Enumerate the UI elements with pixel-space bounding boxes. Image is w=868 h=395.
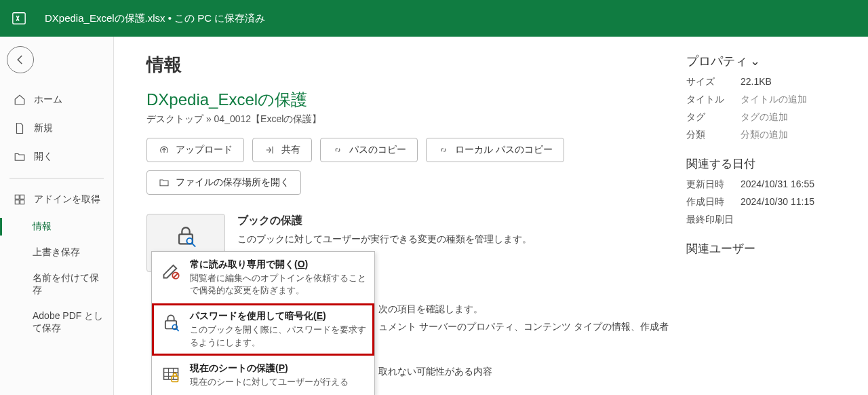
- copy-path-button[interactable]: パスのコピー: [320, 138, 418, 162]
- property-row-modified: 更新日時 2024/10/31 16:55: [686, 178, 849, 191]
- menu-item-protect-sheet[interactable]: 現在のシートの保護(P) 現在のシートに対してユーザーが行える: [152, 356, 374, 395]
- menu-item-desc: このブックを開く際に、パスワードを要求するようにします。: [190, 324, 366, 348]
- property-row-printed: 最終印刷日: [686, 214, 849, 226]
- property-row-tags[interactable]: タグ タグの追加: [686, 111, 849, 124]
- property-value: 2024/10/31 16:55: [741, 178, 814, 191]
- menu-item-readonly[interactable]: 常に読み取り専用で開く(O) 閲覧者に編集へのオプトインを依頼することで偶発的な…: [152, 252, 374, 303]
- sidebar-item-new[interactable]: 新規: [0, 114, 113, 143]
- inspect-line-2: ュメント サーバーのプロパティ、コンテンツ タイプの情報、作成者: [378, 319, 669, 335]
- sidebar-label: 上書き保存: [33, 246, 80, 257]
- sidebar-item-open[interactable]: 開く: [0, 143, 113, 171]
- sidebar-item-save[interactable]: 上書き保存: [0, 240, 113, 265]
- property-key: タイトル: [686, 94, 741, 106]
- sidebar-label: 開く: [34, 151, 53, 163]
- inspect-line-3: 取れない可能性がある内容: [378, 364, 492, 380]
- home-icon: [12, 92, 27, 107]
- sidebar-separator: [9, 178, 104, 178]
- button-label: 共有: [281, 144, 300, 156]
- sidebar-label: ホーム: [34, 94, 62, 106]
- menu-item-title: 現在のシートの保護(P): [190, 362, 349, 375]
- property-value: タグの追加: [741, 111, 788, 124]
- property-row-size: サイズ 22.1KB: [686, 76, 849, 88]
- related-users-heading: 関連ユーザー: [686, 241, 849, 257]
- folder-open-icon: [12, 149, 27, 164]
- sidebar-item-saveas[interactable]: 名前を付けて保存: [0, 265, 113, 303]
- encrypt-icon: [160, 312, 182, 333]
- property-row-title[interactable]: タイトル タイトルの追加: [686, 94, 849, 106]
- sidebar-item-info[interactable]: 情報: [0, 214, 113, 240]
- sidebar-label: 新規: [34, 122, 53, 134]
- property-value: 22.1KB: [741, 76, 772, 88]
- readonly-icon: [160, 260, 182, 282]
- property-row-category[interactable]: 分類 分類の追加: [686, 129, 849, 141]
- property-key: 作成日時: [686, 196, 741, 208]
- sidebar-item-get-addins[interactable]: アドインを取得: [0, 185, 113, 214]
- sidebar-label: 情報: [33, 221, 52, 231]
- sidebar-label: 名前を付けて保存: [33, 272, 99, 295]
- upload-icon: [158, 144, 170, 156]
- share-icon: [264, 144, 276, 156]
- button-label: ファイルの保存場所を開く: [176, 176, 290, 189]
- svg-rect-4: [20, 200, 24, 204]
- open-file-location-button[interactable]: ファイルの保存場所を開く: [146, 170, 301, 195]
- property-key: 最終印刷日: [686, 214, 741, 226]
- backstage-sidebar: ホーム 新規 開く アドインを取得 情報 上書き保存 名前を付けて保存 Adob…: [0, 37, 114, 395]
- folder-icon: [158, 176, 170, 189]
- excel-app-icon: [9, 9, 28, 28]
- share-button[interactable]: 共有: [252, 138, 312, 162]
- svg-rect-2: [20, 195, 24, 199]
- page-title: 情報: [146, 53, 681, 77]
- property-key: タグ: [686, 111, 741, 124]
- lock-key-icon: [174, 224, 198, 248]
- svg-rect-0: [13, 13, 25, 24]
- copy-local-path-button[interactable]: ローカル パスのコピー: [426, 138, 564, 162]
- property-row-created: 作成日時 2024/10/30 11:15: [686, 196, 849, 208]
- menu-item-encrypt[interactable]: パスワードを使用して暗号化(E) このブックを開く際に、パスワードを要求するよう…: [152, 303, 374, 355]
- properties-heading[interactable]: プロパティ⌄: [686, 53, 849, 69]
- svg-rect-1: [15, 195, 19, 199]
- upload-button[interactable]: アップロード: [146, 138, 244, 162]
- menu-item-title: パスワードを使用して暗号化(E): [190, 310, 366, 322]
- property-value: タイトルの追加: [741, 94, 807, 106]
- svg-rect-3: [15, 200, 19, 204]
- property-value: 2024/10/30 11:15: [741, 196, 814, 208]
- sidebar-label: アドインを取得: [34, 193, 100, 206]
- button-label: アップロード: [176, 144, 233, 156]
- button-label: パスのコピー: [349, 144, 406, 156]
- svg-rect-5: [179, 234, 193, 244]
- link-icon: [332, 144, 344, 156]
- property-value: 分類の追加: [741, 129, 788, 141]
- menu-item-desc: 現在のシートに対してユーザーが行える: [190, 376, 349, 388]
- property-key: サイズ: [686, 76, 741, 88]
- link-icon: [437, 144, 450, 156]
- document-title: DXpedia_Excelの保護: [146, 89, 681, 111]
- property-key: 更新日時: [686, 178, 741, 191]
- properties-panel: プロパティ⌄ サイズ 22.1KB タイトル タイトルの追加 タグ タグの追加 …: [681, 53, 849, 379]
- sidebar-label: Adobe PDF として保存: [33, 310, 103, 333]
- action-row: アップロード 共有 パスのコピー ローカル パスのコピー ファイルの保存場所を開…: [146, 138, 681, 195]
- related-dates-heading: 関連する日付: [686, 156, 849, 172]
- window-title: DXpedia_Excelの保護.xlsx • この PC に保存済み: [45, 12, 265, 25]
- sidebar-item-adobe-pdf[interactable]: Adobe PDF として保存: [0, 303, 113, 341]
- protect-workbook-dropdown: 常に読み取り専用で開く(O) 閲覧者に編集へのオプトインを依頼することで偶発的な…: [151, 251, 375, 395]
- protect-description: このブックに対してユーザーが実行できる変更の種類を管理します。: [237, 232, 532, 246]
- new-file-icon: [12, 121, 27, 136]
- chevron-down-icon: ⌄: [750, 54, 760, 69]
- property-key: 分類: [686, 129, 741, 141]
- sidebar-item-home[interactable]: ホーム: [0, 86, 113, 114]
- inspect-line-1: 次の項目を確認します。: [378, 301, 483, 318]
- back-button[interactable]: [7, 46, 34, 73]
- protect-heading: ブックの保護: [237, 214, 532, 228]
- document-path: デスクトップ » 04_0012【Excelの保護】: [146, 113, 681, 126]
- addins-icon: [12, 192, 27, 207]
- button-label: ローカル パスのコピー: [455, 144, 553, 156]
- title-bar: DXpedia_Excelの保護.xlsx • この PC に保存済み: [0, 0, 868, 37]
- menu-item-title: 常に読み取り専用で開く(O): [190, 259, 366, 271]
- protect-sheet-icon: [160, 364, 182, 385]
- menu-item-desc: 閲覧者に編集へのオプトインを依頼することで偶発的な変更を防ぎます。: [190, 272, 366, 297]
